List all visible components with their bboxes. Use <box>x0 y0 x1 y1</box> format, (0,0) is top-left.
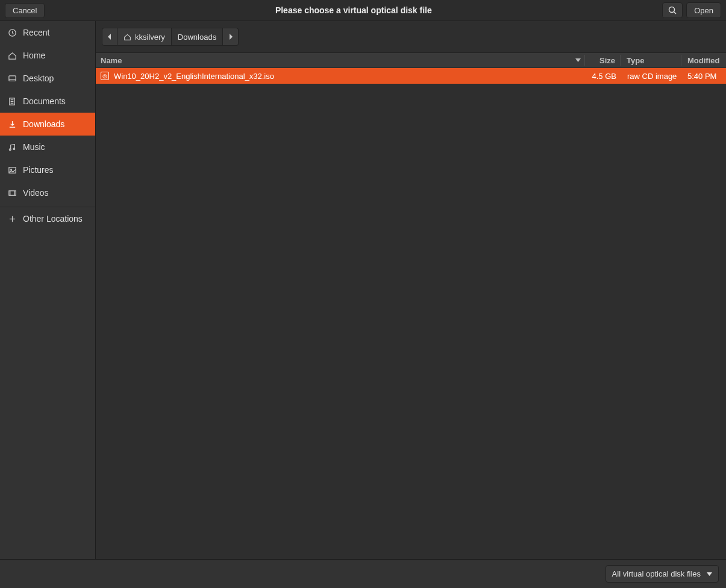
file-type: raw CD image <box>621 72 681 81</box>
chevron-down-icon <box>707 572 712 576</box>
sidebar-item-home[interactable]: Home <box>0 44 95 67</box>
svg-point-12 <box>10 169 11 170</box>
search-button[interactable] <box>662 2 683 18</box>
sidebar-item-documents[interactable]: Documents <box>0 90 95 113</box>
chevron-left-icon <box>107 34 112 40</box>
sidebar-item-label: Music <box>23 142 45 152</box>
breadcrumb: kksilvery Downloads <box>96 21 726 52</box>
breadcrumb-current[interactable]: Downloads <box>172 28 223 46</box>
column-header-modified[interactable]: Modified <box>681 56 726 65</box>
footer: All virtual optical disk files <box>0 559 726 588</box>
plus-icon <box>7 214 17 224</box>
file-size: 4.5 GB <box>586 72 621 81</box>
download-icon <box>7 120 17 129</box>
svg-line-1 <box>674 12 677 14</box>
sidebar-item-label: Videos <box>23 188 49 198</box>
clock-icon <box>7 28 17 37</box>
open-button[interactable]: Open <box>686 2 721 18</box>
column-header-type[interactable]: Type <box>621 56 681 65</box>
column-header-name[interactable]: Name <box>96 56 584 65</box>
sidebar-item-downloads[interactable]: Downloads <box>0 113 95 136</box>
column-header-name-label: Name <box>101 56 122 65</box>
sidebar-item-label: Other Locations <box>23 214 83 224</box>
svg-point-10 <box>13 148 14 149</box>
sidebar-item-videos[interactable]: Videos <box>0 181 95 204</box>
column-header-size[interactable]: Size <box>585 56 620 65</box>
breadcrumb-forward[interactable] <box>223 28 239 46</box>
disc-icon: ◎ <box>101 72 109 80</box>
sidebar-item-music[interactable]: Music <box>0 136 95 158</box>
sidebar-item-label: Desktop <box>23 74 54 83</box>
file-list[interactable]: ◎ Win10_20H2_v2_EnglishInternational_x32… <box>96 68 726 559</box>
titlebar: Cancel Please choose a virtual optical d… <box>0 0 726 21</box>
documents-icon <box>7 97 17 106</box>
file-modified: 5:40 PM <box>681 72 726 81</box>
home-icon <box>7 51 17 60</box>
sidebar-item-label: Home <box>23 51 45 60</box>
cancel-button[interactable]: Cancel <box>5 3 45 18</box>
sidebar-item-label: Pictures <box>23 165 54 175</box>
desktop-icon <box>7 74 17 83</box>
sidebar-item-label: Downloads <box>23 119 64 129</box>
file-name: Win10_20H2_v2_EnglishInternational_x32.i… <box>114 72 274 81</box>
videos-icon <box>7 189 17 198</box>
pictures-icon <box>7 166 17 175</box>
sidebar-item-label: Documents <box>23 96 66 106</box>
breadcrumb-user-label: kksilvery <box>135 33 165 42</box>
sort-desc-icon <box>575 58 581 62</box>
main-panel: kksilvery Downloads Name Size Type <box>96 21 726 559</box>
file-list-header: Name Size Type Modified <box>96 52 726 68</box>
search-icon <box>668 5 677 15</box>
music-icon <box>7 143 17 152</box>
breadcrumb-current-label: Downloads <box>178 33 216 42</box>
sidebar-item-other-locations[interactable]: Other Locations <box>0 207 95 230</box>
sidebar-item-desktop[interactable]: Desktop <box>0 67 95 90</box>
sidebar-item-label: Recent <box>23 28 49 37</box>
svg-point-0 <box>669 7 675 13</box>
home-icon <box>124 33 131 41</box>
file-row[interactable]: ◎ Win10_20H2_v2_EnglishInternational_x32… <box>96 68 726 84</box>
chevron-right-icon <box>228 34 233 40</box>
svg-point-9 <box>9 148 11 150</box>
sidebar: Recent Home Desktop Documents Downloads <box>0 21 96 559</box>
breadcrumb-home[interactable]: kksilvery <box>117 28 172 46</box>
sidebar-item-recent[interactable]: Recent <box>0 21 95 44</box>
file-type-filter[interactable]: All virtual optical disk files <box>606 565 719 583</box>
dialog-title: Please choose a virtual optical disk fil… <box>45 5 662 15</box>
sidebar-item-pictures[interactable]: Pictures <box>0 158 95 181</box>
breadcrumb-back[interactable] <box>102 28 117 46</box>
file-type-filter-label: All virtual optical disk files <box>612 569 701 578</box>
